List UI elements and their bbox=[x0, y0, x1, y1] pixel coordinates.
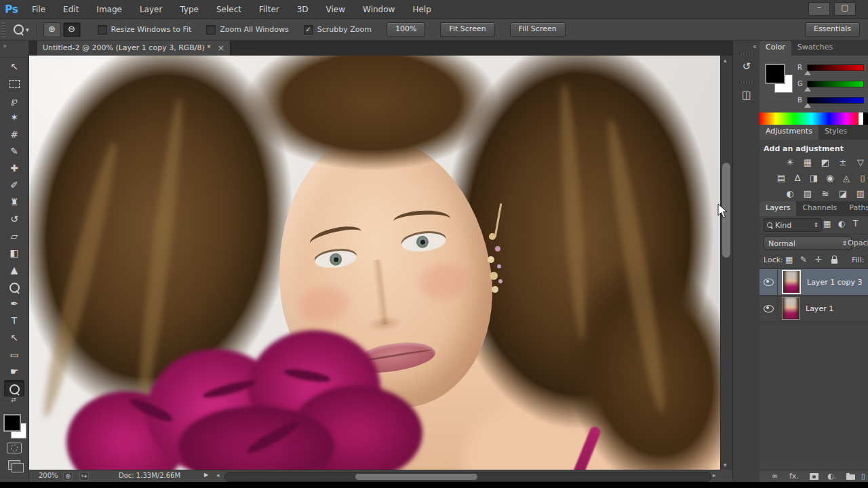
menu-edit[interactable]: Edit bbox=[54, 5, 87, 14]
zoom-out-button[interactable]: ⊖ bbox=[63, 22, 81, 37]
lock-all-icon[interactable] bbox=[831, 259, 837, 264]
history-panel-icon[interactable]: ↺ bbox=[737, 57, 756, 76]
menu-view[interactable]: View bbox=[317, 5, 354, 14]
default-colors-swap[interactable]: ⇄ bbox=[0, 396, 28, 403]
healing-brush-tool[interactable]: ✚ bbox=[4, 160, 24, 176]
workflow-icon[interactable]: ⊚ bbox=[63, 472, 73, 481]
brightness-contrast-icon[interactable]: ☀ bbox=[784, 157, 796, 168]
tab-color[interactable]: Color bbox=[760, 41, 791, 56]
red-slider[interactable] bbox=[807, 64, 864, 71]
type-tool[interactable]: T bbox=[4, 312, 24, 329]
layer-row-layer-1[interactable]: Layer 1 bbox=[760, 296, 868, 322]
layer-thumbnail[interactable] bbox=[782, 270, 801, 294]
blur-tool[interactable]: ▲ bbox=[4, 262, 24, 278]
green-slider[interactable] bbox=[807, 81, 864, 87]
tab-channels[interactable]: Channels bbox=[796, 201, 843, 216]
clone-stamp-tool[interactable]: ♜ bbox=[4, 194, 24, 210]
channel-mixer-icon[interactable]: ◬ bbox=[841, 172, 852, 184]
pen-tool[interactable]: ✒ bbox=[4, 296, 24, 312]
invert-icon[interactable]: ◐ bbox=[784, 188, 796, 199]
menu-file[interactable]: File bbox=[23, 5, 54, 14]
dodge-tool[interactable] bbox=[4, 279, 24, 295]
expand-panels-button[interactable]: « bbox=[753, 43, 757, 50]
path-selection-tool[interactable]: ↖ bbox=[4, 329, 24, 346]
exposure-icon[interactable]: ± bbox=[837, 157, 849, 168]
hue-saturation-icon[interactable]: ▤ bbox=[776, 172, 787, 184]
add-layer-mask-icon[interactable] bbox=[810, 473, 818, 480]
scroll-right-arrow[interactable]: ▸ bbox=[713, 472, 716, 479]
horizontal-scrollbar[interactable] bbox=[224, 472, 711, 482]
zoom-all-windows-checkbox[interactable] bbox=[206, 25, 216, 35]
horizontal-scrollbar-thumb[interactable] bbox=[355, 474, 477, 480]
restore-button[interactable]: ▢ bbox=[834, 2, 856, 16]
layer-style-icon[interactable]: fx. bbox=[789, 472, 799, 481]
layer-name[interactable]: Layer 1 bbox=[806, 304, 833, 313]
layer-thumbnail[interactable] bbox=[782, 297, 800, 320]
eyedropper-tool[interactable]: ✎ bbox=[4, 143, 24, 159]
tab-layers[interactable]: Layers bbox=[760, 201, 796, 216]
close-icon[interactable]: × bbox=[218, 41, 224, 56]
canvas[interactable] bbox=[29, 56, 720, 470]
spectrum-white-black-end[interactable] bbox=[859, 113, 868, 125]
foreground-color-well[interactable] bbox=[765, 64, 785, 84]
blue-slider-thumb[interactable] bbox=[804, 103, 811, 108]
hand-tool[interactable]: ☛ bbox=[4, 363, 24, 380]
workspace-essentials-button[interactable]: Essentials bbox=[805, 22, 860, 37]
new-layer-icon[interactable]: ▯ bbox=[861, 472, 865, 481]
zoom-tool[interactable] bbox=[4, 380, 24, 396]
lock-transparent-icon[interactable]: ▦ bbox=[785, 255, 793, 264]
document-tab[interactable]: Untitled-2 @ 200% (Layer 1 copy 3, RGB/8… bbox=[37, 41, 231, 56]
zoom-100-button[interactable]: 100% bbox=[387, 22, 425, 37]
menu-3d[interactable]: 3D bbox=[288, 5, 317, 14]
black-white-icon[interactable]: ◨ bbox=[808, 172, 819, 184]
photo-filter-icon[interactable]: ◉ bbox=[825, 172, 835, 184]
kind-filter-dropdown[interactable]: Kind ⇕ bbox=[764, 218, 822, 232]
tab-paths[interactable]: Paths bbox=[843, 201, 868, 216]
export-icon[interactable]: ↪ bbox=[79, 472, 89, 481]
fill-screen-button[interactable]: Fill Screen bbox=[510, 22, 566, 37]
minimize-button[interactable]: – bbox=[808, 2, 830, 16]
move-tool[interactable]: ↖ bbox=[4, 58, 24, 75]
vibrance-icon[interactable]: ▽ bbox=[854, 157, 867, 168]
posterize-icon[interactable]: ▨ bbox=[802, 188, 814, 199]
gradient-map-icon[interactable]: ◪ bbox=[837, 188, 849, 199]
link-layers-icon[interactable]: ∞ bbox=[772, 472, 778, 481]
vertical-scrollbar[interactable]: ▴ ▾ bbox=[720, 56, 732, 470]
tab-styles[interactable]: Styles bbox=[818, 125, 853, 140]
menu-image[interactable]: Image bbox=[87, 5, 131, 14]
filter-adjustment-icon[interactable]: ◐ bbox=[838, 219, 845, 228]
menu-type[interactable]: Type bbox=[171, 5, 208, 14]
blue-slider[interactable] bbox=[807, 97, 864, 104]
scrubby-zoom-checkbox-group[interactable]: ✓ Scrubby Zoom bbox=[304, 25, 372, 35]
eraser-tool[interactable]: ▱ bbox=[4, 228, 24, 244]
current-tool-indicator[interactable]: ▾ bbox=[14, 24, 29, 35]
tab-swatches[interactable]: Swatches bbox=[791, 41, 840, 56]
threshold-icon[interactable]: ≋ bbox=[819, 188, 831, 199]
screen-mode-button[interactable] bbox=[8, 460, 20, 470]
selective-color-icon[interactable]: ▥ bbox=[854, 188, 867, 199]
layer-name[interactable]: Layer 1 copy 3 bbox=[807, 278, 862, 287]
history-brush-tool[interactable]: ↺ bbox=[4, 211, 24, 227]
foreground-color-swatch[interactable] bbox=[3, 414, 21, 432]
scroll-left-arrow[interactable]: ◂ bbox=[216, 472, 220, 479]
filter-type-icon[interactable]: T bbox=[853, 219, 858, 228]
filter-pixel-icon[interactable]: ▦ bbox=[823, 219, 831, 228]
red-slider-thumb[interactable] bbox=[804, 70, 811, 75]
resize-windows-checkbox-group[interactable]: Resize Windows to Fit bbox=[98, 25, 192, 35]
tools-panel-collapse[interactable]: » bbox=[0, 41, 28, 58]
green-slider-thumb[interactable] bbox=[804, 87, 811, 92]
brush-tool[interactable]: ✐ bbox=[4, 177, 24, 193]
marquee-tool[interactable] bbox=[4, 75, 24, 92]
quick-mask-button[interactable] bbox=[7, 443, 22, 453]
color-balance-icon[interactable]: ∆ bbox=[792, 172, 803, 184]
lock-image-icon[interactable]: ✎ bbox=[800, 255, 807, 264]
color-spectrum-ramp[interactable] bbox=[760, 113, 868, 125]
rectangle-tool[interactable]: ▭ bbox=[4, 346, 24, 363]
tab-adjustments[interactable]: Adjustments bbox=[760, 125, 818, 140]
menu-help[interactable]: Help bbox=[403, 5, 439, 14]
menu-filter[interactable]: Filter bbox=[250, 5, 288, 14]
status-flyout-arrow[interactable]: ▶ bbox=[204, 472, 208, 478]
layer-row-layer-1-copy-3[interactable]: Layer 1 copy 3 bbox=[760, 269, 868, 296]
curves-icon[interactable]: ◩ bbox=[819, 157, 831, 168]
fit-screen-button[interactable]: Fit Screen bbox=[440, 22, 494, 37]
